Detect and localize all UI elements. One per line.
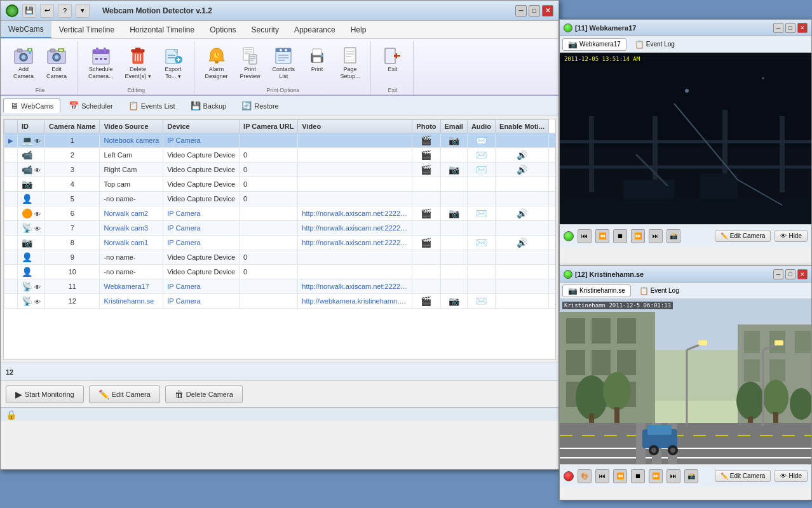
maximize-btn[interactable]: □ — [529, 5, 540, 17]
menu-horizontal-timeline[interactable]: Horizontal Timeline — [122, 21, 202, 38]
cam1-maximize-btn[interactable]: □ — [785, 23, 795, 33]
table-row[interactable]: 👤 5 -no name- Video Capture Device 0 🏃 — [4, 192, 557, 206]
subtab-webcams[interactable]: 🖥 WebCams — [3, 98, 60, 113]
cam2-tab-camera[interactable]: 📷 Kristinehamn.se — [562, 284, 631, 297]
cam1-play-btn[interactable]: ⏮ — [578, 229, 592, 243]
table-row[interactable]: 📹 2 Left Cam Video Capture Device 0 🎬 ✉️… — [4, 148, 557, 163]
exit-button[interactable]: Exit — [377, 43, 408, 76]
print-button[interactable]: Print — [302, 43, 332, 76]
cam2-color-btn[interactable]: 🎨 — [578, 469, 592, 483]
table-row[interactable]: 👤 9 -no name- Video Capture Device 0 🏃 — [4, 250, 557, 265]
main-title-bar: 💾 ↩ ? ▾ Webcam Motion Detector v.1.2 ─ □… — [1, 1, 558, 21]
col-ip-url[interactable]: IP Camera URL — [240, 120, 298, 133]
alarm-designer-button[interactable]: AlarmDesigner — [201, 43, 233, 83]
cam2-tabs: 📷 Kristinehamn.se 📋 Event Log — [560, 283, 811, 299]
cam2-minimize-btn[interactable]: ─ — [773, 269, 783, 279]
undo-quick-btn[interactable]: ↩ — [40, 4, 54, 18]
cam1-title-bar: [11] Webkamera17 ─ □ ✕ — [560, 20, 811, 36]
table-row[interactable]: 📡 👁 12 Kristinehamn.se IP Camera http://… — [4, 294, 557, 309]
cam2-close-btn[interactable]: ✕ — [797, 269, 808, 279]
cam2-end-btn[interactable]: ⏭ — [667, 469, 680, 483]
add-camera-button[interactable]: AddCamera — [8, 43, 39, 83]
cam2-maximize-btn[interactable]: □ — [785, 269, 795, 279]
cam1-close-btn[interactable]: ✕ — [797, 23, 808, 33]
table-row[interactable]: 📡 👁 7 Norwalk cam3 IP Camera http://norw… — [4, 221, 557, 236]
delete-camera-action-button[interactable]: 🗑 Delete Camera — [165, 385, 243, 403]
ribbon-group-file: AddCamera EditCamer — [3, 41, 78, 95]
contacts-list-button[interactable]: ContactsList — [268, 43, 300, 83]
cam2-next-btn[interactable]: ⏩ — [649, 469, 663, 483]
table-row[interactable]: 📡 👁 11 Webkamera17 IP Camera http://norw… — [4, 279, 557, 294]
table-row[interactable]: 📷 4 Top cam Video Capture Device 0 🏃 — [4, 177, 557, 192]
cam1-tab-log[interactable]: 📋 Event Log — [629, 38, 680, 51]
row-audio-cell: 🔊 — [496, 148, 549, 163]
row-photo-cell: 📷 — [440, 163, 467, 177]
cam2-hide-btn[interactable]: 👁 Hide — [775, 470, 808, 482]
table-row[interactable]: 📷 8 Norwalk cam1 IP Camera http://norwal… — [4, 236, 557, 250]
menu-webcams[interactable]: WebCams — [1, 21, 51, 38]
col-email[interactable]: Email — [440, 120, 467, 133]
cam1-next-btn[interactable]: ⏩ — [631, 229, 645, 243]
ribbon-print-items: AlarmDesigner — [201, 43, 366, 86]
table-row[interactable]: ▶ 💻 👁 1 Notebook camera IP Camera 🎬 📷 ✉️ — [4, 133, 557, 148]
cam2-play-btn[interactable]: ⏮ — [595, 469, 609, 483]
col-video[interactable]: Video — [298, 120, 412, 133]
print-icon — [307, 46, 327, 66]
table-row[interactable]: 📹 👁 3 Right Cam Video Capture Device 0 🎬… — [4, 163, 557, 177]
cam2-edit-camera-btn[interactable]: ✏️ Edit Camera — [715, 470, 771, 482]
close-btn[interactable]: ✕ — [542, 5, 553, 17]
row-source-cell: IP Camera — [163, 133, 240, 148]
subtab-backup[interactable]: 💾 Backup — [184, 98, 234, 113]
start-monitoring-button[interactable]: ▶ Start Monitoring — [6, 385, 84, 403]
edit-camera-button[interactable]: EditCamera — [41, 43, 72, 83]
table-row[interactable]: 👤 10 -no name- Video Capture Device 0 🏃 — [4, 265, 557, 279]
menu-security[interactable]: Security — [244, 21, 287, 38]
cam1-snapshot-btn[interactable]: 📸 — [667, 229, 680, 243]
subtab-restore[interactable]: 🔄 Restore — [234, 98, 286, 113]
col-camera-name[interactable]: Camera Name — [45, 120, 100, 133]
svg-point-53 — [280, 49, 282, 51]
row-video-cell — [412, 250, 440, 265]
print-preview-button[interactable]: PrintPreview — [235, 43, 266, 83]
save-quick-btn[interactable]: 💾 — [22, 4, 36, 18]
col-id[interactable]: ID — [18, 120, 45, 133]
export-to-button[interactable]: ExportTo... ▾ — [158, 43, 189, 83]
table-row[interactable]: 🟠 👁 6 Norwalk cam2 IP Camera http://norw… — [4, 206, 557, 221]
edit-camera-action-button[interactable]: ✏️ Edit Camera — [89, 385, 160, 403]
menu-appearance[interactable]: Appearance — [287, 21, 343, 38]
menu-help[interactable]: Help — [343, 21, 374, 38]
cam1-edit-camera-btn[interactable]: ✏️ Edit Camera — [715, 230, 771, 242]
subtab-events-list[interactable]: 📋 Events List — [121, 98, 182, 113]
cam2-tab-log[interactable]: 📋 Event Log — [633, 284, 685, 297]
dropdown-quick-btn[interactable]: ▾ — [76, 4, 90, 18]
schedule-camera-button[interactable]: ScheduleCamera... — [84, 43, 118, 83]
cam1-prev-btn[interactable]: ⏪ — [595, 229, 609, 243]
subtab-scheduler[interactable]: 📅 Scheduler — [62, 98, 120, 113]
page-setup-button[interactable]: PageSetup... — [335, 43, 365, 83]
svg-rect-11 — [50, 49, 55, 52]
menu-vertical-timeline[interactable]: Vertical Timeline — [51, 21, 122, 38]
cam2-stop-btn[interactable]: ⏹ — [631, 469, 645, 483]
menu-bar: WebCams Vertical Timeline Horizontal Tim… — [1, 21, 558, 39]
svg-rect-134 — [775, 340, 783, 345]
help-quick-btn[interactable]: ? — [58, 4, 72, 18]
cam1-minimize-btn[interactable]: ─ — [773, 23, 783, 33]
cam1-stop-btn[interactable]: ⏹ — [613, 229, 627, 243]
minimize-btn[interactable]: ─ — [515, 5, 527, 17]
delete-events-button[interactable]: DeleteEvent(s) ▾ — [121, 43, 156, 83]
col-video-source[interactable]: Video Source — [100, 120, 163, 133]
col-audio[interactable]: Audio — [467, 120, 495, 133]
cam2-snapshot-btn[interactable]: 📸 — [684, 469, 698, 483]
cam2-prev-btn[interactable]: ⏪ — [613, 469, 627, 483]
menu-options[interactable]: Options — [202, 21, 243, 38]
col-photo[interactable]: Photo — [412, 120, 440, 133]
col-motion[interactable]: Enable Moti... — [496, 120, 549, 133]
cam1-hide-btn[interactable]: 👁 Hide — [775, 230, 808, 242]
ribbon: AddCamera EditCamer — [1, 39, 558, 96]
cam1-end-btn[interactable]: ⏭ — [649, 229, 663, 243]
bottom-count-bar: 12 — [1, 363, 558, 380]
svg-rect-49 — [276, 48, 291, 52]
row-url-cell — [298, 177, 412, 192]
cam1-tab-camera[interactable]: 📷 Webkamera17 — [562, 38, 626, 51]
col-device[interactable]: Device — [163, 120, 240, 133]
